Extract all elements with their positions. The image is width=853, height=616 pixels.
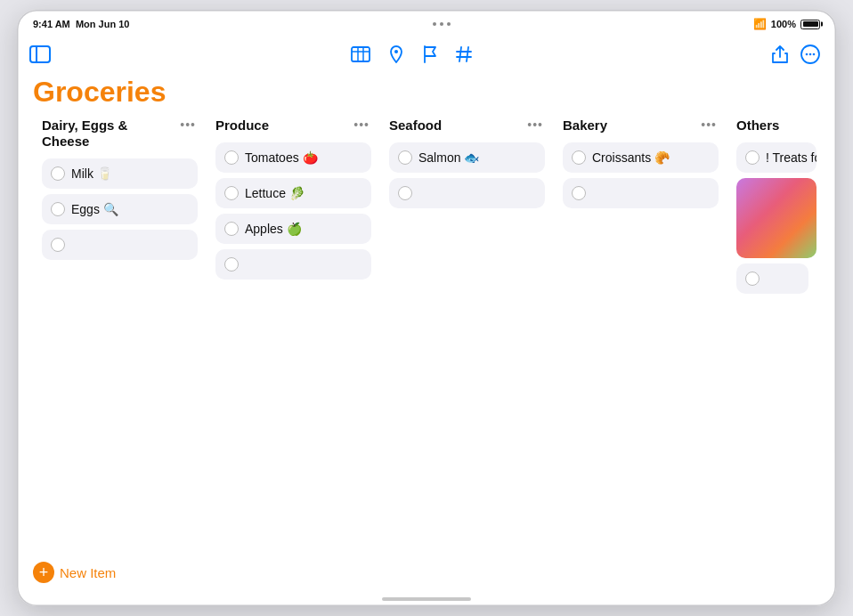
- list-item-empty[interactable]: [563, 178, 719, 208]
- new-item-label: New Item: [60, 565, 116, 580]
- column-others: Others ! Treats for: [727, 114, 816, 551]
- radio-btn[interactable]: [572, 186, 586, 200]
- radio-btn[interactable]: [398, 186, 412, 200]
- column-title-bakery: Bakery: [563, 118, 699, 134]
- radio-btn[interactable]: [51, 238, 65, 252]
- toolbar: [17, 35, 836, 74]
- column-header-seafood: Seafood •••: [389, 114, 545, 134]
- column-menu-seafood[interactable]: •••: [525, 118, 545, 132]
- page-title-area: Groceries: [17, 74, 836, 114]
- status-dot-2: [440, 22, 443, 26]
- svg-rect-2: [352, 47, 370, 61]
- list-item[interactable]: Salmon 🐟: [389, 142, 545, 173]
- list-item[interactable]: Tomatoes 🍅: [215, 142, 371, 173]
- battery-icon: [800, 20, 820, 29]
- radio-btn[interactable]: [51, 202, 65, 216]
- hashtag-icon[interactable]: [456, 45, 472, 63]
- item-text: Milk 🥛: [71, 166, 112, 181]
- column-produce: Produce ••• Tomatoes 🍅 Lettuce 🥬 Apples …: [207, 114, 380, 551]
- radio-btn[interactable]: [51, 166, 65, 181]
- status-center: [433, 22, 451, 26]
- radio-btn[interactable]: [572, 150, 586, 165]
- list-item[interactable]: Croissants 🥐: [563, 142, 719, 173]
- radio-btn[interactable]: [745, 150, 760, 165]
- list-item[interactable]: Apples 🍏: [215, 214, 371, 244]
- column-title-others: Others: [736, 118, 816, 134]
- flag-icon[interactable]: [422, 45, 438, 63]
- toolbar-right: [772, 45, 820, 64]
- column-menu-bakery[interactable]: •••: [699, 118, 719, 132]
- main-content: Dairy, Eggs & Cheese ••• Milk 🥛 Eggs 🔍: [17, 114, 836, 551]
- toolbar-center: [351, 45, 472, 63]
- svg-line-8: [467, 47, 468, 61]
- list-item[interactable]: ! Treats for: [736, 142, 816, 173]
- svg-rect-0: [30, 46, 50, 62]
- table-icon[interactable]: [351, 46, 370, 62]
- item-text: ! Treats for: [766, 150, 816, 165]
- column-bakery: Bakery ••• Croissants 🥐: [554, 114, 727, 551]
- share-icon[interactable]: [772, 45, 788, 63]
- column-dairy: Dairy, Eggs & Cheese ••• Milk 🥛 Eggs 🔍: [33, 114, 207, 551]
- column-header-dairy: Dairy, Eggs & Cheese •••: [42, 114, 198, 150]
- ipad-frame: 9:41 AM Mon Jun 10 📶 100%: [17, 10, 836, 606]
- home-indicator-bar: [382, 597, 471, 601]
- radio-btn[interactable]: [224, 150, 239, 165]
- column-header-bakery: Bakery •••: [563, 114, 719, 134]
- radio-btn[interactable]: [745, 272, 760, 286]
- status-time: 9:41 AM Mon Jun 10: [33, 19, 129, 29]
- status-bar: 9:41 AM Mon Jun 10 📶 100%: [17, 10, 836, 35]
- list-item[interactable]: Milk 🥛: [42, 158, 198, 189]
- toolbar-left: [29, 45, 51, 63]
- new-item-button[interactable]: + New Item: [33, 562, 116, 583]
- new-item-plus-icon: +: [33, 562, 54, 583]
- status-right: 📶 100%: [753, 18, 820, 30]
- svg-point-13: [809, 53, 812, 56]
- more-icon[interactable]: [800, 45, 820, 64]
- column-title-produce: Produce: [215, 118, 352, 134]
- svg-point-6: [394, 50, 398, 53]
- list-item-empty[interactable]: [736, 263, 808, 294]
- item-text: Eggs 🔍: [71, 202, 118, 216]
- item-text: Lettuce 🥬: [245, 186, 305, 200]
- column-header-others: Others: [736, 114, 816, 134]
- item-text: Tomatoes 🍅: [245, 150, 318, 165]
- column-seafood: Seafood ••• Salmon 🐟: [380, 114, 554, 551]
- list-item[interactable]: Eggs 🔍: [42, 194, 198, 224]
- battery-percent: 100%: [771, 19, 796, 29]
- wifi-icon: 📶: [753, 18, 767, 30]
- radio-btn[interactable]: [398, 150, 412, 165]
- svg-point-14: [813, 53, 816, 56]
- location-icon[interactable]: [388, 45, 404, 63]
- bottom-bar: + New Item: [17, 551, 836, 597]
- columns-container: Dairy, Eggs & Cheese ••• Milk 🥛 Eggs 🔍: [33, 114, 820, 551]
- svg-point-12: [806, 53, 808, 56]
- sidebar-toggle-button[interactable]: [29, 45, 51, 63]
- status-dot-1: [433, 22, 436, 26]
- column-title-dairy: Dairy, Eggs & Cheese: [42, 118, 178, 150]
- list-item[interactable]: Lettuce 🥬: [215, 178, 371, 208]
- list-item-empty[interactable]: [215, 249, 371, 280]
- radio-btn[interactable]: [224, 222, 239, 236]
- column-menu-produce[interactable]: •••: [352, 118, 371, 132]
- item-text: Croissants 🥐: [592, 150, 670, 165]
- item-text: Apples 🍏: [245, 222, 302, 236]
- svg-line-7: [459, 47, 461, 61]
- radio-btn[interactable]: [224, 257, 239, 272]
- home-indicator: [17, 597, 836, 606]
- list-item-empty[interactable]: [42, 230, 198, 260]
- grocery-image: [736, 178, 816, 258]
- page-title: Groceries: [33, 76, 820, 109]
- status-dot-3: [447, 22, 451, 26]
- radio-btn[interactable]: [224, 186, 239, 200]
- column-menu-dairy[interactable]: •••: [178, 118, 198, 132]
- list-item-empty[interactable]: [389, 178, 545, 208]
- item-text: Salmon 🐟: [418, 150, 479, 165]
- column-title-seafood: Seafood: [389, 118, 525, 134]
- column-header-produce: Produce •••: [215, 114, 371, 134]
